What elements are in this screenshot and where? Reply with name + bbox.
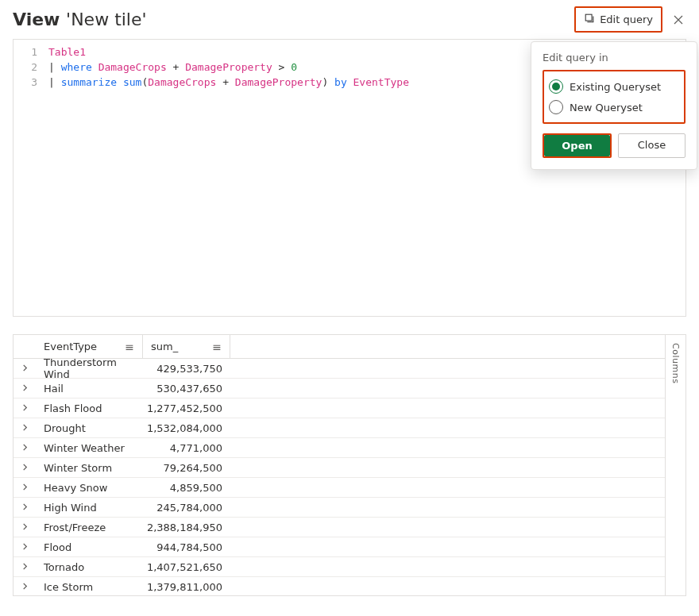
radio-icon: [549, 79, 563, 94]
table-row[interactable]: Flash Flood1,277,452,500: [14, 398, 665, 418]
column-menu-icon[interactable]: ≡: [125, 341, 134, 353]
cell-sum: 1,277,452,500: [143, 402, 230, 414]
expand-row-icon[interactable]: [14, 402, 36, 414]
column-header-sum[interactable]: sum_ ≡: [143, 335, 230, 358]
table-row[interactable]: Frost/Freeze2,388,184,950: [14, 518, 665, 537]
table-header: EventType ≡ sum_ ≡: [14, 335, 665, 359]
radio-icon: [549, 100, 563, 114]
table-row[interactable]: Thunderstorm Wind429,533,750: [14, 359, 665, 379]
cell-sum: 2,388,184,950: [143, 522, 230, 533]
cell-eventtype: Heavy Snow: [36, 482, 143, 494]
expand-row-icon[interactable]: [14, 482, 36, 493]
radio-label: New Queryset: [570, 102, 643, 114]
cell-eventtype: Winter Storm: [36, 462, 143, 474]
cell-sum: 944,784,500: [143, 541, 230, 553]
cell-sum: 245,784,000: [143, 502, 230, 514]
close-popover-button[interactable]: Close: [618, 133, 685, 158]
expand-row-icon[interactable]: [14, 442, 36, 453]
edit-query-button[interactable]: Edit query: [574, 6, 662, 33]
radio-label: Existing Queryset: [570, 81, 661, 93]
cell-eventtype: High Wind: [36, 502, 143, 514]
table-row[interactable]: Ice Storm1,379,811,000: [14, 577, 665, 595]
expand-row-icon[interactable]: [14, 502, 36, 513]
column-header-eventtype[interactable]: EventType ≡: [36, 335, 143, 358]
cell-sum: 4,771,000: [143, 442, 230, 454]
popover-title: Edit query in: [543, 52, 685, 64]
line-number: 1: [14, 44, 48, 60]
cell-sum: 4,859,500: [143, 482, 230, 494]
cell-eventtype: Hail: [36, 383, 143, 395]
table-row[interactable]: Winter Weather4,771,000: [14, 438, 665, 458]
results-table: EventType ≡ sum_ ≡ Thunderstorm Wind429,…: [13, 334, 666, 596]
header: View 'New tile' Edit query: [13, 6, 686, 33]
expand-row-icon[interactable]: [14, 422, 36, 433]
close-button[interactable]: [670, 12, 686, 28]
expand-row-icon[interactable]: [14, 522, 36, 533]
queryset-radio-group: Existing Queryset New Queryset: [543, 70, 685, 124]
expand-row-icon[interactable]: [14, 363, 36, 374]
tile-name: 'New tile': [66, 10, 146, 29]
columns-panel-toggle[interactable]: Columns: [666, 334, 686, 596]
cell-eventtype: Ice Storm: [36, 581, 143, 593]
radio-new-queryset[interactable]: New Queryset: [547, 97, 681, 117]
table-row[interactable]: Heavy Snow4,859,500: [14, 478, 665, 498]
cell-eventtype: Drought: [36, 422, 143, 434]
line-number: 2: [14, 60, 48, 75]
cell-sum: 530,437,650: [143, 383, 230, 395]
table-row[interactable]: Tornado1,407,521,650: [14, 557, 665, 577]
expand-row-icon[interactable]: [14, 561, 36, 572]
svg-rect-0: [585, 14, 592, 21]
cell-eventtype: Flash Flood: [36, 402, 143, 414]
cell-sum: 1,407,521,650: [143, 561, 230, 573]
column-menu-icon[interactable]: ≡: [212, 341, 222, 353]
cell-eventtype: Thunderstorm Wind: [36, 359, 143, 380]
edit-query-popover: Edit query in Existing Queryset New Quer…: [531, 41, 697, 170]
view-label: View: [13, 10, 60, 29]
table-row[interactable]: High Wind245,784,000: [14, 498, 665, 518]
table-row[interactable]: Drought1,532,084,000: [14, 418, 665, 438]
columns-tab-label: Columns: [670, 343, 681, 383]
cell-sum: 1,532,084,000: [143, 422, 230, 434]
cell-eventtype: Winter Weather: [36, 442, 143, 454]
page-title: View 'New tile': [13, 10, 147, 29]
radio-existing-queryset[interactable]: Existing Queryset: [547, 76, 681, 97]
table-row[interactable]: Flood944,784,500: [14, 537, 665, 557]
edit-query-icon: [584, 13, 595, 26]
edit-query-label: Edit query: [600, 13, 653, 25]
expand-row-icon[interactable]: [14, 541, 36, 552]
cell-sum: 79,264,500: [143, 462, 230, 474]
open-button[interactable]: Open: [544, 135, 610, 156]
table-row[interactable]: Winter Storm79,264,500: [14, 458, 665, 478]
table-row[interactable]: Hail530,437,650: [14, 379, 665, 398]
expand-row-icon[interactable]: [14, 383, 36, 394]
line-number: 3: [14, 75, 48, 90]
expand-row-icon[interactable]: [14, 581, 36, 592]
expand-row-icon[interactable]: [14, 462, 36, 473]
cell-sum: 429,533,750: [143, 363, 230, 375]
cell-eventtype: Frost/Freeze: [36, 522, 143, 533]
cell-eventtype: Flood: [36, 541, 143, 553]
cell-sum: 1,379,811,000: [143, 581, 230, 593]
cell-eventtype: Tornado: [36, 561, 143, 573]
